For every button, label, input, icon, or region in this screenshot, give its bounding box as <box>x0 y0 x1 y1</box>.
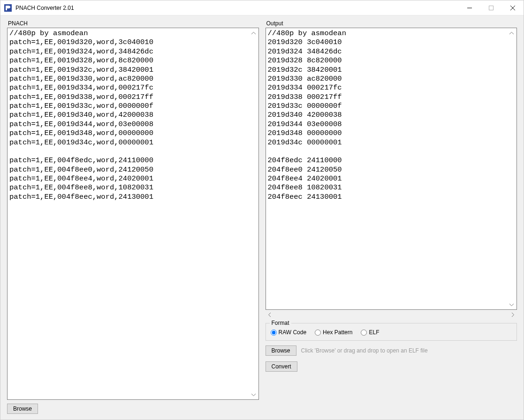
pnach-textbox-wrap <box>7 28 259 400</box>
scroll-left-icon <box>268 312 271 318</box>
format-fieldset: Format RAW Code Hex Pattern <box>266 323 517 341</box>
convert-button[interactable]: Convert <box>266 361 297 372</box>
titlebar: PNACH Converter 2.01 <box>0 0 524 15</box>
output-textbox-wrap <box>266 28 517 310</box>
format-legend: Format <box>270 320 291 326</box>
scroll-right-icon <box>511 312 514 318</box>
radio-raw[interactable]: RAW Code <box>271 329 307 336</box>
radio-elf-input[interactable] <box>361 330 367 336</box>
output-hscroll[interactable] <box>266 311 517 319</box>
radio-raw-input[interactable] <box>271 330 277 336</box>
radio-elf[interactable]: ELF <box>361 329 379 336</box>
window-title: PNACH Converter 2.01 <box>15 5 459 11</box>
app-window: PNACH Converter 2.01 PNACH <box>0 0 524 420</box>
right-bottom-controls: Format RAW Code Hex Pattern <box>266 323 517 372</box>
radio-hex-input[interactable] <box>315 330 321 336</box>
output-column: Output <box>266 20 517 414</box>
browse-pnach-button[interactable]: Browse <box>7 404 38 414</box>
radio-raw-label: RAW Code <box>279 329 307 336</box>
app-icon <box>4 4 12 12</box>
output-text[interactable] <box>266 28 517 310</box>
elf-hint: Click 'Browse' or drag and drop to open … <box>301 347 428 354</box>
output-label: Output <box>266 20 517 27</box>
maximize-button[interactable] <box>480 0 502 15</box>
minimize-button[interactable] <box>459 0 480 15</box>
pnach-input[interactable] <box>7 28 259 400</box>
client-area: PNACH Browse Output <box>0 15 524 420</box>
radio-elf-label: ELF <box>369 329 379 336</box>
radio-hex[interactable]: Hex Pattern <box>315 329 352 336</box>
close-button[interactable] <box>502 0 524 15</box>
elf-row: Browse Click 'Browse' or drag and drop t… <box>266 345 517 356</box>
browse-elf-button[interactable]: Browse <box>266 345 296 356</box>
window-controls <box>459 0 524 15</box>
radio-hex-label: Hex Pattern <box>323 329 352 336</box>
pnach-label: PNACH <box>7 20 259 27</box>
main-columns: PNACH Browse Output <box>7 20 517 414</box>
pnach-column: PNACH Browse <box>7 20 259 414</box>
format-radios: RAW Code Hex Pattern ELF <box>271 329 512 336</box>
svg-rect-2 <box>489 6 494 10</box>
